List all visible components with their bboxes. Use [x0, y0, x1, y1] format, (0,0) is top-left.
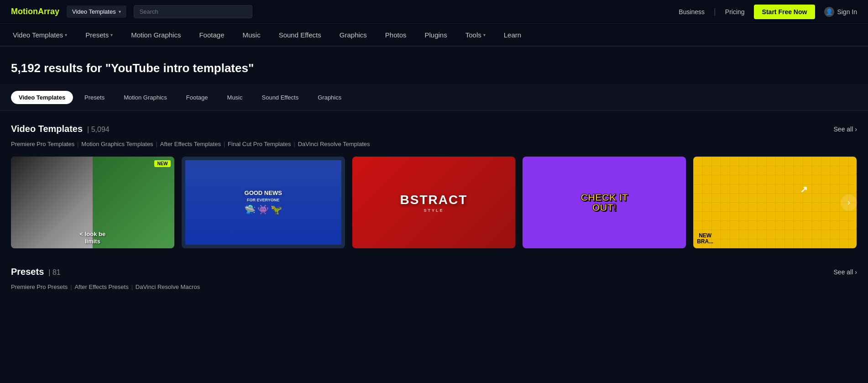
card-4-exclaim: ! — [613, 202, 617, 213]
video-templates-see-all[interactable]: See all › — [834, 126, 857, 133]
start-free-button[interactable]: Start Free Now — [754, 5, 816, 19]
sub-link-motion-graphics-templates[interactable]: Motion Graphics Templates — [81, 141, 153, 147]
chevron-down-icon: ▾ — [119, 9, 121, 14]
cursor-icon: ↗ — [800, 184, 808, 195]
logo[interactable]: MotionArray — [11, 7, 59, 16]
logo-motion: Motion — [11, 7, 38, 16]
nav-bar: Video Templates ▾ Presets ▾ Motion Graph… — [0, 24, 868, 47]
sub-link-premiere-pro-templates[interactable]: Premiere Pro Templates — [11, 141, 74, 147]
presets-sub-links: Premiere Pro Presets | After Effects Pre… — [11, 283, 857, 290]
nav-item-presets[interactable]: Presets ▾ — [84, 24, 115, 47]
filter-tab-music[interactable]: Music — [220, 91, 251, 104]
section-header-video-templates: Video Templates | 5,094 See all › — [11, 124, 857, 134]
card-2-title: GOOD NEWS — [245, 190, 282, 196]
carousel-next-button[interactable]: › — [841, 194, 857, 211]
user-icon: 👤 — [824, 7, 834, 17]
sub-link-final-cut-pro-templates[interactable]: Final Cut Pro Templates — [228, 141, 291, 147]
template-card-2[interactable]: GOOD NEWS FOR EVERYONE 🛸 👾 🦖 — [182, 157, 345, 248]
search-dropdown-button[interactable]: Video Templates ▾ — [67, 5, 126, 18]
presets-title-group: Presets | 81 — [11, 267, 61, 277]
card-2-inner: GOOD NEWS FOR EVERYONE 🛸 👾 🦖 — [185, 160, 341, 245]
presets-see-all[interactable]: See all › — [834, 268, 857, 276]
card-1-text: < look belimits — [80, 231, 106, 245]
header: MotionArray Video Templates ▾ Business |… — [0, 0, 868, 24]
sub-link-davinci-resolve-templates[interactable]: DaVinci Resolve Templates — [298, 141, 370, 147]
results-title: 5,192 results for "YouTube intro templat… — [11, 61, 857, 75]
card-3-text: BSTRACT — [400, 193, 468, 207]
dino-icon: 🦖 — [271, 204, 282, 215]
card-3-sub: STYLE — [400, 208, 468, 213]
nav-item-learn[interactable]: Learn — [502, 24, 523, 47]
presets-section: Presets | 81 See all › Premiere Pro Pres… — [11, 267, 857, 290]
sub-link-davinci-resolve-macros[interactable]: DaVinci Resolve Macros — [136, 283, 200, 290]
filter-tabs: Video Templates Presets Motion Graphics … — [0, 84, 868, 111]
sub-link-premiere-pro-presets[interactable]: Premiere Pro Presets — [11, 283, 68, 290]
presets-title: Presets — [11, 267, 44, 277]
filter-tab-graphics[interactable]: Graphics — [310, 91, 349, 104]
header-divider: | — [714, 7, 716, 16]
sub-link-after-effects-templates[interactable]: After Effects Templates — [160, 141, 221, 147]
sub-link-after-effects-presets[interactable]: After Effects Presets — [74, 283, 128, 290]
section-header-presets: Presets | 81 See all › — [11, 267, 857, 277]
filter-tab-sound-effects[interactable]: Sound Effects — [254, 91, 307, 104]
card-3-content: BSTRACT STYLE — [400, 193, 468, 213]
section-title-group: Video Templates | 5,094 — [11, 124, 110, 134]
chevron-right-icon: › — [855, 126, 857, 133]
search-input[interactable] — [134, 5, 252, 18]
nav-item-music[interactable]: Music — [241, 24, 262, 47]
chevron-down-icon: ▾ — [110, 32, 113, 37]
filter-tab-motion-graphics[interactable]: Motion Graphics — [116, 91, 175, 104]
video-templates-title: Video Templates — [11, 124, 83, 134]
card-1-badge: NEW — [154, 160, 170, 167]
nav-item-sound-effects[interactable]: Sound Effects — [277, 24, 323, 47]
video-templates-count: | 5,094 — [87, 126, 110, 134]
card-5-text: NEWBRA... — [697, 233, 713, 245]
business-link[interactable]: Business — [679, 8, 705, 16]
header-right: Business | Pricing Start Free Now 👤 Sign… — [679, 5, 857, 19]
video-templates-section: Video Templates | 5,094 See all › Premie… — [11, 124, 857, 248]
presets-count: | 81 — [48, 268, 60, 277]
template-card-4[interactable]: CHECK ITOUT! — [523, 157, 686, 248]
main-content: Video Templates | 5,094 See all › Premie… — [0, 111, 868, 321]
nav-item-footage[interactable]: Footage — [197, 24, 226, 47]
results-hero: 5,192 results for "YouTube intro templat… — [0, 47, 868, 84]
nav-item-photos[interactable]: Photos — [383, 24, 408, 47]
nav-item-plugins[interactable]: Plugins — [423, 24, 449, 47]
filter-tab-presets[interactable]: Presets — [77, 91, 112, 104]
alien-icon: 🛸 — [244, 204, 256, 215]
filter-tab-footage[interactable]: Footage — [178, 91, 216, 104]
video-templates-cards-wrapper: < look belimits NEW GOOD NEWS FOR EVERYO… — [11, 157, 857, 248]
logo-array: Array — [38, 7, 59, 16]
video-templates-cards-row: < look belimits NEW GOOD NEWS FOR EVERYO… — [11, 157, 857, 248]
sign-in-button[interactable]: 👤 Sign In — [824, 7, 857, 17]
card-4-text: CHECK ITOUT! — [580, 193, 628, 213]
creature-icon: 👾 — [257, 204, 269, 215]
nav-item-motion-graphics[interactable]: Motion Graphics — [129, 24, 183, 47]
search-dropdown-label: Video Templates — [72, 8, 116, 15]
nav-item-tools[interactable]: Tools ▾ — [464, 24, 487, 47]
card-2-characters: 🛸 👾 🦖 — [244, 204, 282, 215]
chevron-right-icon: › — [855, 268, 857, 276]
template-card-5[interactable]: ↗ NEWBRA... — [693, 157, 857, 248]
pricing-link[interactable]: Pricing — [725, 8, 745, 16]
chevron-down-icon: ▾ — [65, 32, 67, 37]
filter-tab-video-templates[interactable]: Video Templates — [11, 91, 73, 104]
nav-item-graphics[interactable]: Graphics — [338, 24, 369, 47]
card-2-subtitle: FOR EVERYONE — [247, 198, 279, 202]
video-templates-sub-links: Premiere Pro Templates | Motion Graphics… — [11, 141, 857, 147]
sign-in-label: Sign In — [837, 8, 857, 16]
nav-item-video-templates[interactable]: Video Templates ▾ — [11, 24, 69, 47]
template-card-3[interactable]: BSTRACT STYLE — [352, 157, 516, 248]
chevron-down-icon: ▾ — [483, 32, 486, 37]
template-card-1[interactable]: < look belimits NEW — [11, 157, 174, 248]
